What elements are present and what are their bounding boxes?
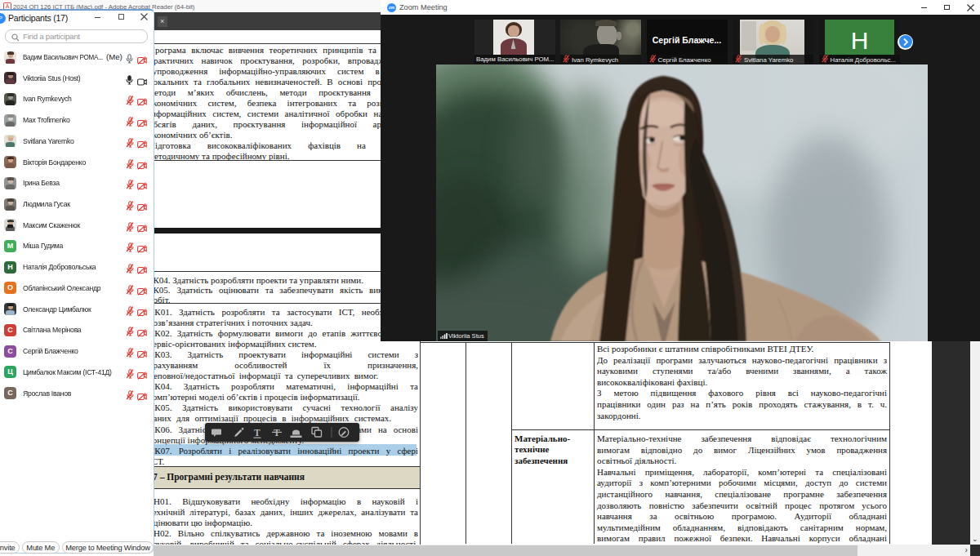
svg-text:A: A [6, 3, 10, 9]
svg-text:T: T [254, 428, 261, 438]
